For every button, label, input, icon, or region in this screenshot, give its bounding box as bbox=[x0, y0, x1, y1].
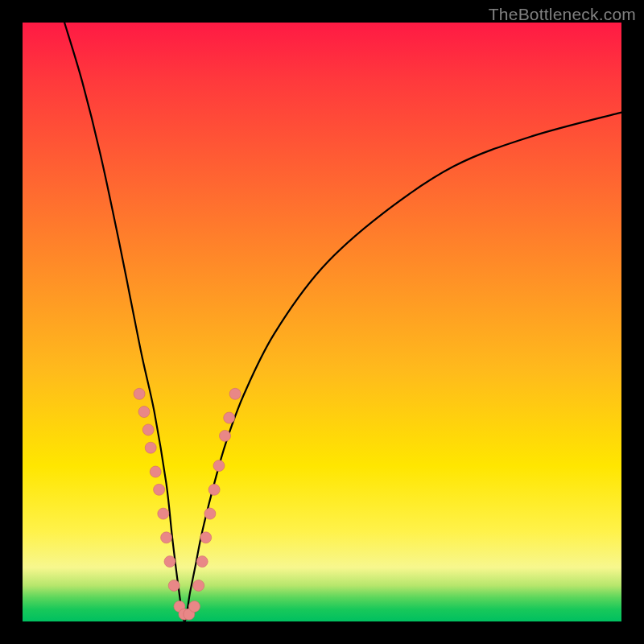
curve-svg bbox=[23, 23, 621, 621]
valley-dot bbox=[196, 556, 208, 568]
valley-dot bbox=[164, 556, 175, 568]
valley-dot bbox=[193, 580, 204, 591]
valley-dot bbox=[189, 601, 200, 612]
valley-dot bbox=[154, 484, 165, 495]
valley-dot bbox=[229, 388, 241, 399]
valley-dots bbox=[134, 388, 241, 620]
valley-dot bbox=[138, 407, 150, 418]
valley-dot bbox=[142, 424, 154, 436]
plot-area bbox=[23, 23, 621, 621]
valley-dot bbox=[224, 412, 235, 423]
valley-dot bbox=[150, 466, 161, 477]
valley-dot bbox=[220, 430, 231, 441]
stage: TheBottleneck.com bbox=[0, 0, 644, 644]
valley-dot bbox=[168, 580, 180, 591]
bottleneck-curve bbox=[64, 23, 621, 621]
valley-dot bbox=[213, 460, 225, 472]
valley-dot bbox=[145, 442, 156, 453]
valley-dot bbox=[158, 508, 169, 519]
valley-dot bbox=[134, 388, 145, 399]
valley-dot bbox=[200, 532, 212, 543]
valley-dot bbox=[208, 484, 220, 495]
watermark-text: TheBottleneck.com bbox=[489, 5, 636, 24]
valley-dot bbox=[161, 532, 172, 543]
valley-dot bbox=[204, 508, 216, 519]
